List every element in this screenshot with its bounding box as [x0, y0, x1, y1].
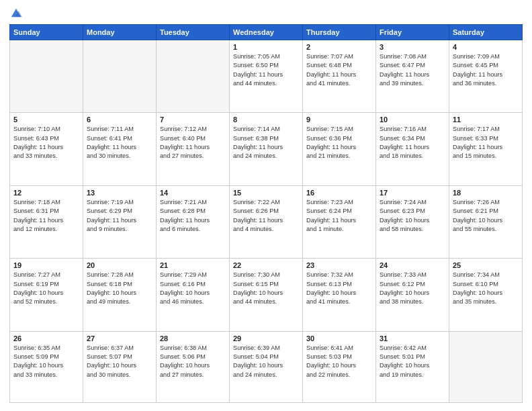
day-cell: 5Sunrise: 7:10 AM Sunset: 6:43 PM Daylig… [10, 113, 83, 185]
day-info: Sunrise: 6:39 AM Sunset: 5:04 PM Dayligh… [233, 344, 299, 379]
day-cell: 28Sunrise: 6:38 AM Sunset: 5:06 PM Dayli… [157, 331, 230, 402]
day-cell: 10Sunrise: 7:16 AM Sunset: 6:34 PM Dayli… [376, 113, 449, 185]
day-info: Sunrise: 7:18 AM Sunset: 6:31 PM Dayligh… [13, 198, 79, 234]
day-info: Sunrise: 7:29 AM Sunset: 6:16 PM Dayligh… [160, 271, 226, 306]
day-number: 6 [87, 116, 152, 124]
day-cell: 16Sunrise: 7:23 AM Sunset: 6:24 PM Dayli… [303, 185, 376, 258]
day-number: 5 [13, 116, 79, 124]
logo [9, 8, 22, 19]
week-row-0: 1Sunrise: 7:05 AM Sunset: 6:50 PM Daylig… [10, 40, 523, 113]
weekday-header-saturday: Saturday [449, 25, 523, 40]
day-number: 29 [233, 334, 299, 342]
day-number: 7 [160, 116, 226, 124]
day-number: 1 [233, 43, 299, 51]
weekday-header-monday: Monday [83, 25, 157, 40]
day-info: Sunrise: 7:15 AM Sunset: 6:36 PM Dayligh… [306, 125, 372, 161]
day-info: Sunrise: 7:21 AM Sunset: 6:28 PM Dayligh… [160, 198, 226, 234]
week-row-2: 12Sunrise: 7:18 AM Sunset: 6:31 PM Dayli… [10, 185, 523, 258]
logo-icon [10, 7, 22, 19]
day-info: Sunrise: 6:35 AM Sunset: 5:09 PM Dayligh… [13, 344, 79, 379]
day-number: 3 [380, 43, 445, 51]
day-info: Sunrise: 6:38 AM Sunset: 5:06 PM Dayligh… [160, 344, 226, 379]
day-info: Sunrise: 6:42 AM Sunset: 5:01 PM Dayligh… [380, 344, 445, 379]
day-number: 22 [233, 261, 299, 269]
day-number: 9 [306, 116, 372, 124]
day-cell [157, 40, 230, 113]
day-number: 21 [160, 261, 226, 269]
day-cell [10, 40, 83, 113]
day-cell: 15Sunrise: 7:22 AM Sunset: 6:26 PM Dayli… [230, 185, 303, 258]
day-cell: 17Sunrise: 7:24 AM Sunset: 6:23 PM Dayli… [376, 185, 449, 258]
day-info: Sunrise: 7:30 AM Sunset: 6:15 PM Dayligh… [233, 271, 299, 306]
day-number: 15 [233, 189, 299, 197]
day-info: Sunrise: 6:37 AM Sunset: 5:07 PM Dayligh… [87, 344, 152, 379]
day-number: 13 [87, 189, 152, 197]
header [9, 8, 523, 19]
day-cell: 18Sunrise: 7:26 AM Sunset: 6:21 PM Dayli… [449, 185, 523, 258]
day-cell: 25Sunrise: 7:34 AM Sunset: 6:10 PM Dayli… [449, 259, 523, 331]
day-number: 28 [160, 334, 226, 342]
calendar-table: SundayMondayTuesdayWednesdayThursdayFrid… [9, 24, 523, 403]
day-cell: 29Sunrise: 6:39 AM Sunset: 5:04 PM Dayli… [230, 331, 303, 402]
day-number: 25 [453, 261, 519, 269]
day-number: 23 [306, 261, 372, 269]
day-cell: 6Sunrise: 7:11 AM Sunset: 6:41 PM Daylig… [83, 113, 157, 185]
day-number: 11 [453, 116, 519, 124]
day-cell: 27Sunrise: 6:37 AM Sunset: 5:07 PM Dayli… [83, 331, 157, 402]
day-cell: 31Sunrise: 6:42 AM Sunset: 5:01 PM Dayli… [376, 331, 449, 402]
day-cell [449, 331, 523, 402]
week-row-4: 26Sunrise: 6:35 AM Sunset: 5:09 PM Dayli… [10, 331, 523, 402]
day-cell: 20Sunrise: 7:28 AM Sunset: 6:18 PM Dayli… [83, 259, 157, 331]
day-info: Sunrise: 7:24 AM Sunset: 6:23 PM Dayligh… [380, 198, 445, 234]
day-cell: 30Sunrise: 6:41 AM Sunset: 5:03 PM Dayli… [303, 331, 376, 402]
day-cell: 13Sunrise: 7:19 AM Sunset: 6:29 PM Dayli… [83, 185, 157, 258]
day-cell: 22Sunrise: 7:30 AM Sunset: 6:15 PM Dayli… [230, 259, 303, 331]
day-number: 20 [87, 261, 152, 269]
day-info: Sunrise: 7:08 AM Sunset: 6:47 PM Dayligh… [380, 52, 445, 88]
day-cell: 14Sunrise: 7:21 AM Sunset: 6:28 PM Dayli… [157, 185, 230, 258]
day-cell: 1Sunrise: 7:05 AM Sunset: 6:50 PM Daylig… [230, 40, 303, 113]
day-info: Sunrise: 7:32 AM Sunset: 6:13 PM Dayligh… [306, 271, 372, 306]
weekday-header-wednesday: Wednesday [230, 25, 303, 40]
weekday-header-friday: Friday [376, 25, 449, 40]
day-info: Sunrise: 7:16 AM Sunset: 6:34 PM Dayligh… [380, 125, 445, 161]
day-info: Sunrise: 7:19 AM Sunset: 6:29 PM Dayligh… [87, 198, 152, 234]
day-info: Sunrise: 6:41 AM Sunset: 5:03 PM Dayligh… [306, 344, 372, 379]
day-info: Sunrise: 7:12 AM Sunset: 6:40 PM Dayligh… [160, 125, 226, 161]
day-cell: 9Sunrise: 7:15 AM Sunset: 6:36 PM Daylig… [303, 113, 376, 185]
day-cell: 11Sunrise: 7:17 AM Sunset: 6:33 PM Dayli… [449, 113, 523, 185]
day-info: Sunrise: 7:05 AM Sunset: 6:50 PM Dayligh… [233, 52, 299, 88]
day-info: Sunrise: 7:10 AM Sunset: 6:43 PM Dayligh… [13, 125, 79, 161]
day-info: Sunrise: 7:23 AM Sunset: 6:24 PM Dayligh… [306, 198, 372, 234]
day-number: 27 [87, 334, 152, 342]
week-row-1: 5Sunrise: 7:10 AM Sunset: 6:43 PM Daylig… [10, 113, 523, 185]
weekday-header-thursday: Thursday [303, 25, 376, 40]
day-number: 12 [13, 189, 79, 197]
day-number: 16 [306, 189, 372, 197]
day-cell: 19Sunrise: 7:27 AM Sunset: 6:19 PM Dayli… [10, 259, 83, 331]
day-number: 26 [13, 334, 79, 342]
day-number: 17 [380, 189, 445, 197]
day-number: 8 [233, 116, 299, 124]
day-cell: 8Sunrise: 7:14 AM Sunset: 6:38 PM Daylig… [230, 113, 303, 185]
day-cell [83, 40, 157, 113]
weekday-header-sunday: Sunday [10, 25, 83, 40]
page: SundayMondayTuesdayWednesdayThursdayFrid… [0, 0, 532, 411]
day-number: 18 [453, 189, 519, 197]
weekday-header-row: SundayMondayTuesdayWednesdayThursdayFrid… [10, 25, 523, 40]
day-number: 4 [453, 43, 519, 51]
day-cell: 26Sunrise: 6:35 AM Sunset: 5:09 PM Dayli… [10, 331, 83, 402]
day-info: Sunrise: 7:26 AM Sunset: 6:21 PM Dayligh… [453, 198, 519, 234]
day-info: Sunrise: 7:33 AM Sunset: 6:12 PM Dayligh… [380, 271, 445, 306]
day-number: 2 [306, 43, 372, 51]
day-number: 14 [160, 189, 226, 197]
day-cell: 12Sunrise: 7:18 AM Sunset: 6:31 PM Dayli… [10, 185, 83, 258]
day-cell: 24Sunrise: 7:33 AM Sunset: 6:12 PM Dayli… [376, 259, 449, 331]
week-row-3: 19Sunrise: 7:27 AM Sunset: 6:19 PM Dayli… [10, 259, 523, 331]
day-info: Sunrise: 7:07 AM Sunset: 6:48 PM Dayligh… [306, 52, 372, 88]
day-info: Sunrise: 7:34 AM Sunset: 6:10 PM Dayligh… [453, 271, 519, 306]
day-info: Sunrise: 7:11 AM Sunset: 6:41 PM Dayligh… [87, 125, 152, 161]
day-info: Sunrise: 7:28 AM Sunset: 6:18 PM Dayligh… [87, 271, 152, 306]
day-info: Sunrise: 7:22 AM Sunset: 6:26 PM Dayligh… [233, 198, 299, 234]
day-info: Sunrise: 7:17 AM Sunset: 6:33 PM Dayligh… [453, 125, 519, 161]
